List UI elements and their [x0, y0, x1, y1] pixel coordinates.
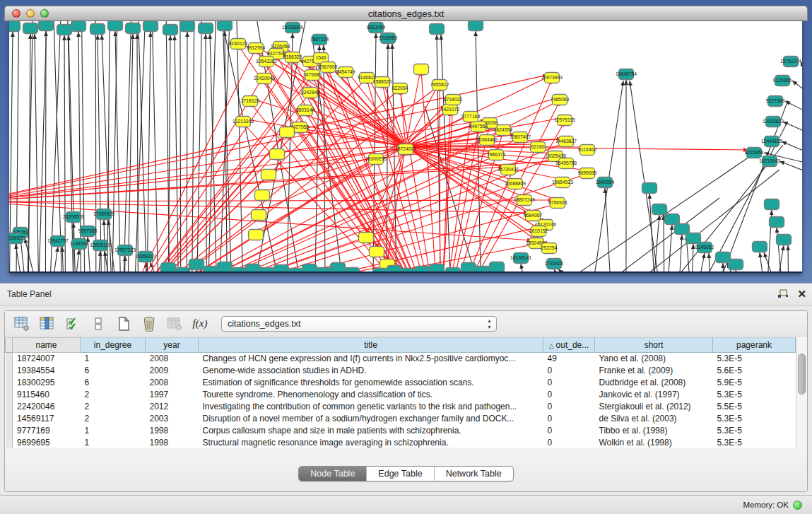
table-cell[interactable]: 2	[81, 389, 146, 401]
table-cell[interactable]: 18300295	[13, 377, 81, 389]
network-node[interactable]	[686, 233, 701, 244]
network-node[interactable]	[288, 269, 303, 274]
column-header-in_degree[interactable]: in_degree	[81, 338, 146, 353]
tab-edge-table[interactable]: Edge Table	[366, 467, 433, 481]
network-node[interactable]	[490, 262, 505, 273]
network-node[interactable]	[189, 259, 204, 270]
table-cell[interactable]: Dudbridge et al. (2008)	[595, 377, 713, 389]
table-cell[interactable]: Estimation of significance thresholds fo…	[199, 377, 543, 389]
table-cell[interactable]: 1	[81, 437, 146, 448]
network-node[interactable]	[430, 264, 445, 274]
table-cell[interactable]: 9777169	[13, 425, 81, 437]
network-node[interactable]	[232, 268, 247, 274]
network-node[interactable]	[270, 149, 285, 160]
function-builder-icon[interactable]: f(x)	[192, 315, 208, 332]
table-cell[interactable]: Tibbo et al. (1998)	[595, 425, 713, 437]
trash-icon[interactable]	[141, 315, 158, 332]
table-cell[interactable]: 6	[81, 377, 146, 389]
table-cell[interactable]: 5.3E-5	[713, 353, 796, 365]
network-node[interactable]	[370, 247, 384, 257]
table-selector-dropdown[interactable]: citations_edges.txt ▲▼	[221, 316, 497, 332]
network-node[interactable]	[57, 25, 72, 35]
table-cell[interactable]: 5.9E-5	[713, 377, 796, 389]
network-node[interactable]	[246, 264, 261, 274]
new-document-icon[interactable]	[115, 315, 132, 332]
table-cell[interactable]: de Silva et al. (2003)	[595, 413, 713, 425]
table-cell[interactable]: Tourette syndrome. Phenomenology and cla…	[199, 389, 543, 401]
network-node[interactable]	[260, 268, 275, 274]
table-cell[interactable]: 5.3E-5	[713, 413, 796, 425]
scrollbar-thumb[interactable]	[798, 354, 806, 395]
table-cell[interactable]: Investigating the contribution of common…	[199, 401, 543, 413]
network-node[interactable]	[175, 268, 190, 274]
network-node[interactable]	[108, 21, 123, 31]
table-cell[interactable]: 9115460	[13, 389, 81, 401]
network-node[interactable]	[163, 25, 178, 35]
network-node[interactable]	[161, 263, 176, 274]
network-node[interactable]	[274, 265, 289, 274]
table-cell[interactable]: 1998	[146, 437, 199, 448]
column-header-out_de[interactable]: △out_de...	[543, 338, 595, 353]
toggle-column-icon[interactable]	[39, 315, 56, 332]
column-checklist-icon[interactable]	[64, 315, 81, 332]
table-row[interactable]: 977716911998Corpus callosum shape and si…	[6, 425, 796, 437]
network-node[interactable]	[71, 21, 86, 32]
column-header-pagerank[interactable]: pagerank	[713, 338, 796, 353]
network-node[interactable]	[753, 242, 767, 252]
network-node[interactable]	[387, 266, 402, 274]
column-header-short[interactable]: short	[595, 338, 713, 353]
network-view-canvas[interactable]: 1830029581601238912954822605884275081054…	[9, 21, 802, 273]
network-node[interactable]	[302, 264, 317, 274]
table-cell[interactable]: 18724007	[13, 353, 81, 365]
network-node[interactable]	[642, 183, 657, 194]
table-cell[interactable]: Jankovic et al. (1997)	[595, 389, 713, 401]
table-cell[interactable]: 6	[81, 365, 146, 377]
table-cell[interactable]: 5.5E-5	[713, 401, 796, 413]
network-node[interactable]	[469, 21, 483, 31]
table-cell[interactable]: Stergiakouli et al. (2012)	[595, 401, 713, 413]
table-cell[interactable]: Genome-wide association studies in ADHD.	[199, 365, 543, 377]
table-cell[interactable]: 1	[81, 425, 146, 437]
table-cell[interactable]: Yano et al. (2008)	[595, 353, 713, 365]
network-node[interactable]	[461, 263, 476, 274]
network-node[interactable]	[416, 267, 430, 274]
network-node[interactable]	[199, 23, 213, 34]
table-cell[interactable]: 0	[543, 377, 595, 389]
network-node[interactable]	[218, 262, 233, 273]
float-panel-icon[interactable]	[777, 289, 789, 299]
network-node[interactable]	[180, 21, 195, 32]
table-cell[interactable]: 5.6E-5	[713, 365, 796, 377]
network-node[interactable]	[204, 267, 218, 274]
network-node[interactable]	[675, 224, 690, 235]
network-node[interactable]	[414, 64, 429, 75]
table-cell[interactable]: 2012	[146, 401, 199, 413]
table-row[interactable]: 911546021997Tourette syndrome. Phenomeno…	[6, 389, 796, 401]
network-node[interactable]	[218, 21, 233, 31]
column-header-year[interactable]: year	[146, 338, 199, 353]
table-cell[interactable]: 0	[543, 413, 595, 425]
vertical-scrollbar[interactable]	[796, 337, 807, 448]
table-row[interactable]: 1938455462009Genome-wide association stu…	[6, 365, 796, 377]
table-row[interactable]: 2242004622012Investigating the contribut…	[6, 401, 796, 413]
network-window-titlebar[interactable]: citations_edges.txt	[4, 6, 808, 21]
table-cell[interactable]: 5.3E-5	[713, 389, 796, 401]
table-cell[interactable]: Structural magnetic resonance image aver…	[199, 437, 543, 448]
table-row[interactable]: 969969511998Structural magnetic resonanc…	[6, 437, 796, 448]
column-header-name[interactable]: name	[13, 338, 81, 353]
table-cell[interactable]: Franke et al. (2009)	[595, 365, 713, 377]
network-node[interactable]	[652, 204, 667, 215]
table-options-icon[interactable]	[13, 315, 30, 332]
network-node[interactable]	[770, 217, 784, 228]
table-cell[interactable]: 1997	[146, 389, 199, 401]
network-node[interactable]	[446, 268, 461, 274]
network-node[interactable]	[359, 233, 374, 243]
table-cell[interactable]: Corpus callosum shape and size in male p…	[199, 425, 543, 437]
table-cell[interactable]: 22420046	[13, 401, 81, 413]
row-view-icon[interactable]	[90, 315, 107, 332]
network-node[interactable]	[143, 21, 158, 32]
table-cell[interactable]: 2	[81, 413, 146, 425]
table-cell[interactable]: 49	[543, 353, 595, 365]
table-cell[interactable]: Disruption of a novel member of a sodium…	[199, 413, 543, 425]
network-node[interactable]	[23, 23, 38, 34]
table-cell[interactable]: 2	[81, 401, 146, 413]
